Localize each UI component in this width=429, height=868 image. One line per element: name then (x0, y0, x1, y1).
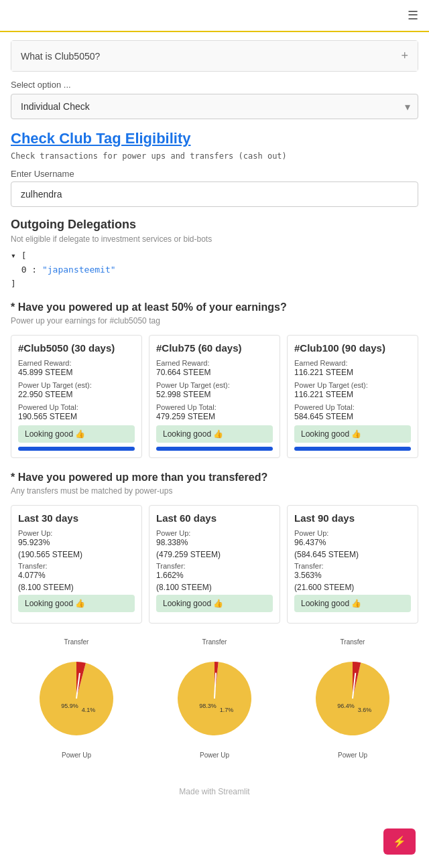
username-input[interactable] (11, 182, 418, 207)
club-card-club100: #Club100 (90 days) Earned Reward: 116.22… (287, 335, 418, 458)
status-badge: Looking good 👍 (294, 595, 411, 612)
expand-icon: + (401, 49, 408, 63)
status-badge: Looking good 👍 (156, 595, 273, 612)
svg-text:95.9%: 95.9% (61, 703, 78, 709)
select-wrapper: Individual Check Group Check ▾ (11, 94, 418, 119)
pie-svg: 3.6% 96.4% (302, 648, 403, 749)
svg-text:3.6%: 3.6% (358, 707, 372, 713)
menu-icon[interactable]: ☰ (408, 8, 418, 23)
username-label: Enter Username (11, 169, 418, 179)
streamlit-button[interactable]: ⚡ (383, 828, 416, 855)
status-badge: Looking good 👍 (18, 595, 135, 612)
footer-brand: Streamlit (218, 787, 249, 796)
question1-title: * Have you powered up at least 50% of yo… (11, 301, 418, 313)
progress-bar (156, 447, 273, 451)
svg-text:4.1%: 4.1% (82, 707, 96, 713)
main-container: What is Club5050? + Select option ... In… (0, 32, 429, 815)
pie-powerup-label: Power Up (200, 751, 229, 759)
footer: Made with Streamlit (11, 776, 418, 807)
pie-transfer-label: Transfer (64, 638, 89, 646)
question2-note: Any transfers must be matched by power-u… (11, 486, 418, 496)
question2-title: * Have you powered up more than you tran… (11, 472, 418, 484)
delegations-code: ▾ [ 0 : "japansteemit" ] (11, 249, 418, 291)
collapsible-whatis: What is Club5050? + (11, 40, 418, 72)
select-label: Select option ... (11, 80, 418, 90)
transfer-card: Last 30 days Power Up: 95.923% (190.565 … (11, 505, 142, 624)
outgoing-delegations-title: Outgoing Delegations (11, 218, 418, 232)
clubs-grid: #Club5050 (30 days) Earned Reward: 45.89… (11, 335, 418, 458)
outgoing-delegations-note: Not eligible if delegate to investment s… (11, 234, 418, 244)
club-card-club5050: #Club5050 (30 days) Earned Reward: 45.89… (11, 335, 142, 458)
footer-text: Made with (179, 787, 216, 796)
status-badge: Looking good 👍 (18, 425, 135, 443)
pie-charts-grid: Transfer 4.1% 95.9% Power Up Transfer 1.… (11, 634, 418, 763)
club-card-club75: #Club75 (60 days) Earned Reward: 70.664 … (149, 335, 280, 458)
pie-transfer-label: Transfer (341, 638, 365, 646)
pie-svg: 1.7% 98.3% (164, 648, 265, 749)
transfer-period: Last 60 days (156, 512, 273, 524)
transfer-period: Last 30 days (18, 512, 135, 524)
svg-text:1.7%: 1.7% (220, 707, 234, 713)
pie-svg: 4.1% 95.9% (26, 648, 127, 749)
progress-bar (294, 447, 411, 451)
pie-chart-container: Transfer 1.7% 98.3% Power Up (149, 634, 280, 763)
club-name: #Club5050 (30 days) (18, 342, 135, 354)
top-bar: ☰ (0, 0, 429, 32)
status-badge: Looking good 👍 (156, 425, 273, 443)
svg-text:98.3%: 98.3% (199, 703, 217, 709)
transfers-grid: Last 30 days Power Up: 95.923% (190.565 … (11, 505, 418, 624)
transfer-card: Last 60 days Power Up: 98.338% (479.259 … (149, 505, 280, 624)
progress-bar (18, 447, 135, 451)
page-title: Check Club Tag Eligibility (11, 130, 418, 147)
pie-powerup-label: Power Up (338, 751, 367, 759)
pie-chart-container: Transfer 4.1% 95.9% Power Up (11, 634, 142, 763)
pie-chart-container: Transfer 3.6% 96.4% Power Up (287, 634, 418, 763)
club-name: #Club75 (60 days) (156, 342, 273, 354)
page-subtitle: Check transactions for power ups and tra… (11, 151, 418, 161)
svg-text:96.4%: 96.4% (337, 703, 355, 709)
question1-note: Power up your earnings for #club5050 tag (11, 316, 418, 326)
option-select[interactable]: Individual Check Group Check (11, 94, 418, 119)
pie-transfer-label: Transfer (202, 638, 227, 646)
club-name: #Club100 (90 days) (294, 342, 411, 354)
status-badge: Looking good 👍 (294, 425, 411, 443)
pie-powerup-label: Power Up (62, 751, 91, 759)
transfer-period: Last 90 days (294, 512, 411, 524)
collapsible-header[interactable]: What is Club5050? + (11, 41, 418, 71)
collapsible-label: What is Club5050? (21, 51, 100, 62)
transfer-card: Last 90 days Power Up: 96.437% (584.645 … (287, 505, 418, 624)
